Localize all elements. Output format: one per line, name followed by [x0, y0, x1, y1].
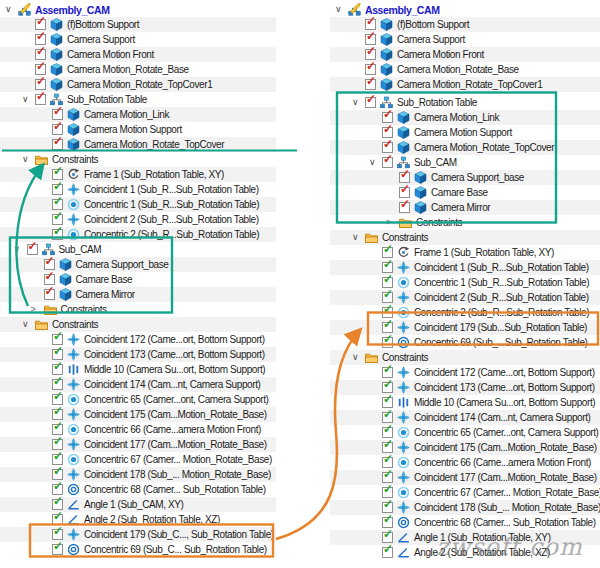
tree-row[interactable]: ✓Concentric 67 (Camer... Motion_Rotate_B…	[330, 485, 600, 500]
chevron-expanded-icon[interactable]: ∨	[333, 2, 348, 17]
tree-row[interactable]: ∨Constraints	[330, 350, 600, 365]
tree-row[interactable]: ✓Coincident 179 (Sub_C..., Sub_Rotation …	[0, 527, 276, 542]
assembly-icon	[348, 3, 362, 16]
tree-row[interactable]: ✓Coincident 1 (Sub_R...Sub_Rotation Tabl…	[330, 260, 600, 275]
tree-row[interactable]: ✓Concentric 68 (Camer... Sub_Rotation Ta…	[330, 515, 600, 530]
tree-row[interactable]: ✓Coincident 2 (Sub_R...Sub_Rotation Tabl…	[0, 212, 276, 227]
tree-item-label: Concentric 65 (Camer...ont, Camera Suppo…	[414, 427, 599, 438]
tree-row[interactable]: ✓Coincident 173 (Came...ort, Bottom Supp…	[0, 347, 276, 362]
tree-row[interactable]: ✓Middle 10 (Camera Su...ort, Bottom Supp…	[330, 395, 600, 410]
tree-row[interactable]: ∨Constraints	[0, 317, 276, 332]
visibility-checkbox[interactable]: ✓	[52, 229, 63, 240]
tree-item-label: Concentric 69 (Sub_C... Sub_Rotation Tab…	[84, 544, 267, 555]
component-icon	[59, 288, 73, 301]
coincident-icon	[67, 438, 81, 451]
tree-item-label: Concentric 66 (Came...amera Motion Front…	[84, 424, 261, 435]
tree-row[interactable]: >Constraints	[0, 302, 276, 317]
tree-row[interactable]: ✓Coincident 177 (Cam...Motion_Rotate_Bas…	[0, 437, 276, 452]
tree-row[interactable]: ✓Concentric 69 (Sub_...Sub_Rotation Tabl…	[330, 335, 600, 350]
checkmark-icon: ✓	[53, 390, 63, 402]
visibility-checkbox[interactable]: ✓	[399, 202, 410, 213]
tree-row[interactable]: ✓Concentric 1 (Sub_R...Sub_Rotation Tabl…	[0, 197, 276, 212]
tree-row[interactable]: ✓Camare Base	[0, 272, 276, 287]
tree-item-label: Camera Motion_Rotate_TopCover	[414, 142, 554, 153]
tree-row[interactable]: ✓Concentric 2 (Sub_R...Sub_Rotation Tabl…	[0, 227, 276, 242]
tree-row[interactable]: ✓Camera Motion_Rotate_TopCover	[0, 137, 276, 152]
tree-row[interactable]: ✓Coincident 173 (Came...ort, Bottom Supp…	[330, 380, 600, 395]
tree-row[interactable]: ✓Camera Motion Support	[0, 122, 276, 137]
tree-row[interactable]: ✓Camera Motion_Link	[330, 110, 600, 125]
visibility-checkbox[interactable]: ✓	[382, 547, 393, 558]
visibility-checkbox[interactable]: ✓	[382, 157, 393, 168]
concentric-icon	[397, 276, 411, 289]
chevron-expanded-icon[interactable]: ∨	[367, 155, 382, 170]
chevron-expanded-icon[interactable]: ∨	[350, 230, 365, 245]
tree-row[interactable]: ∨✓Sub_CAM	[0, 242, 276, 257]
tree-row[interactable]: ✓Coincident 2 (Sub_R...Sub_Rotation Tabl…	[330, 290, 600, 305]
tree-row[interactable]: ✓Coincident 179 (Sub...Sub_Rotation Tabl…	[330, 320, 600, 335]
tree-row[interactable]: ✓Coincident 177 (Cam...Motion_Rotate_Bas…	[330, 470, 600, 485]
tree-row[interactable]: ✓Coincident 175 (Cam...Motion_Rotate_Bas…	[0, 407, 276, 422]
tree-row[interactable]: ✓Camera Motion_Rotate_TopCover	[330, 140, 600, 155]
visibility-checkbox[interactable]: ✓	[52, 139, 63, 150]
tree-row[interactable]: ✓Camera Mirror	[330, 200, 600, 215]
visibility-checkbox[interactable]: ✓	[44, 289, 55, 300]
tree-row[interactable]: ✓Concentric 65 (Camer...ont, Camera Supp…	[0, 392, 276, 407]
checkmark-icon: ✓	[53, 495, 63, 507]
tree-row[interactable]: ✓Camare Base	[330, 185, 600, 200]
tree-row[interactable]: ✓Concentric 68 (Camer... Sub_Rotation Ta…	[0, 482, 276, 497]
tree-row[interactable]: ✓Camera Motion_Link	[0, 107, 276, 122]
tree-row[interactable]: ✓Concentric 66 (Came...amera Motion Fron…	[330, 455, 600, 470]
tree-row[interactable]: ✓Camera Mirror	[0, 287, 276, 302]
tree-row[interactable]: ✓Coincident 172 (Came...ort, Bottom Supp…	[0, 332, 276, 347]
visibility-checkbox[interactable]: ✓	[382, 337, 393, 348]
tree-row[interactable]: ✓Coincident 178 (Sub_... Motion_Rotate_B…	[0, 467, 276, 482]
tree-row[interactable]: ∨✓Sub_CAM	[330, 155, 600, 170]
tree-row[interactable]: ✓Frame 1 (Sub_Rotation Table, XY)	[0, 167, 276, 182]
tree-row[interactable]: ✓Angle 2 (Sub_Rotation Table, XZ)	[0, 512, 276, 527]
component-icon	[380, 33, 394, 46]
tree-row[interactable]: ✓Angle 1 (Sub_CAM, XY)	[0, 497, 276, 512]
tree-row[interactable]: ✓Concentric 69 (Sub_C... Sub_Rotation Ta…	[0, 542, 276, 557]
tree-row[interactable]: ∨Constraints	[330, 230, 600, 245]
visibility-checkbox[interactable]: ✓	[27, 244, 38, 255]
visibility-checkbox[interactable]: ✓	[365, 97, 376, 108]
folder-icon	[365, 231, 379, 244]
tree-row[interactable]: ✓Camera Support_base	[330, 170, 600, 185]
tree-row[interactable]: ✓Concentric 1 (Sub_R...Sub_Rotation Tabl…	[330, 275, 600, 290]
tree-row[interactable]: ✓Middle 10 (Camera Su...ort, Bottom Supp…	[0, 362, 276, 377]
tree-row[interactable]: ✓Coincident 174 (Cam...nt, Camera Suppor…	[330, 410, 600, 425]
tree-row[interactable]: ✓Coincident 172 (Came...ort, Bottom Supp…	[330, 365, 600, 380]
chevron-expanded-icon[interactable]: ∨	[20, 152, 35, 167]
tree-row[interactable]: >Constraints	[330, 215, 600, 230]
tree-row[interactable]: ✓Coincident 174 (Cam...nt, Camera Suppor…	[0, 377, 276, 392]
chevron-expanded-icon[interactable]: ∨	[20, 317, 35, 332]
tree-row[interactable]: ∨Constraints	[0, 152, 276, 167]
visibility-checkbox[interactable]: ✓	[365, 79, 376, 90]
chevron-expanded-icon[interactable]: ∨	[350, 350, 365, 365]
tree-row[interactable]: ✓Concentric 65 (Camer...ont, Camera Supp…	[330, 425, 600, 440]
tree-row[interactable]: ✓Camera Motion_Rotate_TopCover1	[330, 77, 600, 92]
tree-row[interactable]: ∨✓Sub_Rotation Table	[330, 95, 600, 110]
tree-row[interactable]: ✓Coincident 1 (Sub_R...Sub_Rotation Tabl…	[0, 182, 276, 197]
tree-row[interactable]: ✓Concentric 2 (Sub_R...Sub_Rotation Tabl…	[330, 305, 600, 320]
chevron-collapsed-icon[interactable]: >	[29, 302, 44, 317]
tree-row[interactable]: ✓Concentric 66 (Came...amera Motion Fron…	[0, 422, 276, 437]
coincident-icon	[397, 321, 411, 334]
tree-row[interactable]: ✓Concentric 67 (Camer... Motion_Rotate_B…	[0, 452, 276, 467]
tree-row[interactable]: ✓Camera Motion Support	[330, 125, 600, 140]
chevron-expanded-icon[interactable]: ∨	[20, 92, 35, 107]
tree-row[interactable]: ∨✓Sub_Rotation Table	[0, 92, 276, 107]
tree-row[interactable]: ✓Coincident 178 (Sub_... Motion_Rotate_B…	[330, 500, 600, 515]
visibility-checkbox[interactable]: ✓	[35, 94, 46, 105]
chevron-expanded-icon[interactable]: ∨	[12, 242, 27, 257]
tree-row[interactable]: ✓Frame 1 (Sub_Rotation Table, XY)	[330, 245, 600, 260]
chevron-collapsed-icon[interactable]: >	[384, 215, 399, 230]
tree-row[interactable]: ✓Camera Support_base	[0, 257, 276, 272]
chevron-expanded-icon[interactable]: ∨	[350, 95, 365, 110]
visibility-checkbox[interactable]: ✓	[52, 544, 63, 555]
chevron-expanded-icon[interactable]: ∨	[3, 2, 18, 17]
tree-row[interactable]: ✓Coincident 175 (Cam...Motion_Rotate_Bas…	[330, 440, 600, 455]
angle-icon	[67, 513, 81, 526]
angle-icon	[397, 546, 411, 559]
